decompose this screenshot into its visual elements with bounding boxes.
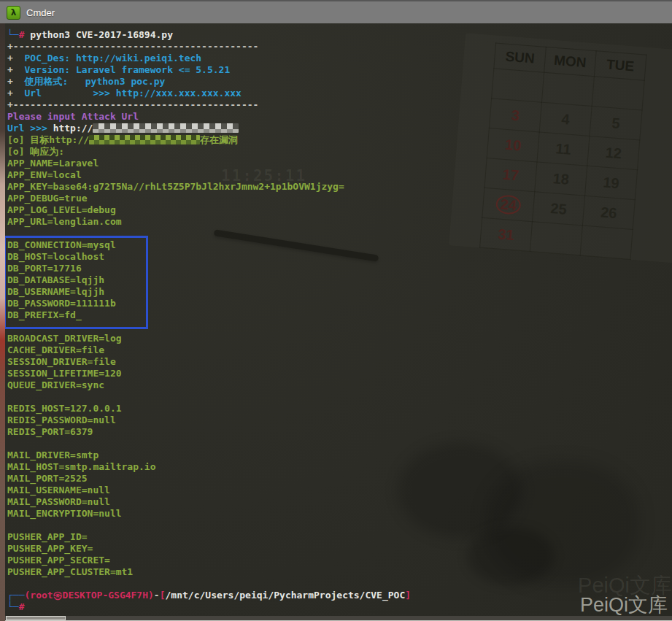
terminal-line: + Url >>> http://xxx.xxx.xxx.xxx	[7, 88, 672, 99]
terminal-line: [o] 响应为:	[7, 146, 672, 158]
text-segment: REDIS_PORT=6379	[7, 426, 93, 437]
terminal-line: MAIL_DRIVER=smtp	[7, 450, 672, 461]
text-segment: CACHE_DRIVER=file	[7, 344, 104, 355]
terminal-line: APP_NAME=Laravel	[7, 158, 672, 169]
terminal-line: SESSION_DRIVER=file	[7, 356, 672, 368]
text-segment: QUEUE_DRIVER=sync	[7, 379, 104, 390]
peiqi-watermark: PeiQi文库	[580, 592, 668, 618]
cmder-window: λ Cmder SUNMONTUE34510111217181924252631…	[0, 0, 672, 621]
terminal-line	[7, 391, 672, 403]
terminal-line	[7, 520, 672, 531]
lambda-glyph: λ	[11, 8, 17, 17]
terminal-line: PUSHER_APP_SECRET=	[7, 555, 672, 566]
text-segment: └─	[7, 29, 19, 40]
text-segment: SESSION_DRIVER=file	[7, 356, 116, 367]
titlebar[interactable]: λ Cmder	[0, 0, 672, 23]
text-segment: #	[19, 601, 25, 612]
terminal-line	[7, 438, 672, 450]
terminal-line: SESSION_LIFETIME=120	[7, 368, 672, 379]
terminal-line: CACHE_DRIVER=file	[7, 344, 672, 356]
terminal-line: └─#	[7, 601, 672, 613]
text-segment: REDIS_HOST=127.0.0.1	[7, 403, 122, 414]
window-left-edge-strip	[0, 23, 5, 621]
text-segment: BROADCAST_DRIVER=log	[7, 333, 122, 344]
text-segment: 使用格式: python3 poc.py	[13, 76, 166, 87]
text-segment: APP_ENV=local	[7, 169, 82, 180]
text-segment: MAIL_ENCRYPTION=null	[7, 508, 122, 519]
terminal-line: MAIL_PASSWORD=null	[7, 496, 672, 508]
text-segment: MAIL_HOST=smtp.mailtrap.io	[7, 461, 156, 472]
text-segment: ┌──	[7, 590, 24, 601]
terminal-line: BROADCAST_DRIVER=log	[7, 333, 672, 344]
terminal-line: APP_KEY=base64:g72T5Na//rhLt5Z5P7bJl2hxr…	[7, 181, 672, 193]
terminal-line: APP_ENV=local	[7, 169, 672, 181]
text-segment: 存在漏洞	[200, 134, 238, 145]
text-segment: SESSION_LIFETIME=120	[7, 368, 122, 379]
text-segment: MAIL_PASSWORD=null	[7, 496, 110, 507]
terminal-line: +---------------------------------------…	[7, 99, 672, 111]
terminal-line: PUSHER_APP_CLUSTER=mt1	[7, 566, 672, 578]
text-segment: /mnt/c/Users/peiqi/PycharmProjects/CVE_P…	[166, 590, 406, 601]
redacted-region	[89, 135, 200, 144]
terminal-line: + Version: Laravel framework <= 5.5.21	[7, 64, 672, 76]
text-segment: -	[154, 590, 160, 601]
text-segment: +---------------------------------------…	[7, 99, 258, 110]
terminal-line: └─# python3 CVE-2017-16894.py	[7, 29, 672, 41]
terminal-line: REDIS_PASSWORD=null	[7, 414, 672, 426]
text-segment: APP_DEBUG=true	[7, 193, 88, 204]
text-segment: MAIL_DRIVER=smtp	[7, 450, 99, 460]
terminal-line: REDIS_HOST=127.0.0.1	[7, 403, 672, 414]
terminal-line: APP_LOG_LEVEL=debug	[7, 204, 672, 216]
terminal-line: MAIL_ENCRYPTION=null	[7, 508, 672, 520]
text-segment: http://	[53, 123, 93, 134]
terminal-line: APP_DEBUG=true	[7, 193, 672, 204]
text-segment: POC_Des: http://wiki.peiqi.tech	[13, 53, 201, 63]
terminal-line: [o] 目标http://存在漏洞	[7, 134, 672, 146]
text-segment: MAIL_USERNAME=null	[7, 485, 110, 495]
text-segment: [	[160, 590, 166, 601]
terminal-line: +---------------------------------------…	[7, 41, 672, 53]
terminal-line: APP_URL=lenglian.com	[7, 216, 672, 228]
db-credentials-highlight-box	[4, 236, 148, 329]
redacted-region	[93, 123, 239, 133]
text-segment: +	[7, 64, 13, 75]
text-segment: Url >>> http://xxx.xxx.xxx.xxx	[13, 88, 242, 99]
text-segment: PUSHER_APP_CLUSTER=mt1	[7, 566, 133, 577]
text-segment: +---------------------------------------…	[7, 41, 258, 52]
terminal-line: Please input Attack Url	[7, 111, 672, 123]
text-segment: +	[7, 88, 13, 99]
text-segment: PUSHER_APP_KEY=	[7, 543, 93, 554]
text-segment: +	[7, 76, 13, 87]
text-segment: APP_KEY=base64:g72T5Na//rhLt5Z5P7bJl2hxr…	[7, 181, 344, 192]
text-segment: Please input Attack Url	[7, 111, 139, 122]
text-segment: Version: Laravel framework <= 5.5.21	[13, 64, 230, 75]
text-segment: PUSHER_APP_SECRET=	[7, 555, 110, 566]
terminal-line: MAIL_PORT=2525	[7, 473, 672, 485]
text-segment: APP_LOG_LEVEL=debug	[7, 204, 116, 215]
window-title: Cmder	[26, 7, 55, 18]
text-segment: MAIL_PORT=2525	[7, 473, 88, 484]
terminal-line: Url >>> http://	[7, 123, 672, 134]
scrollbar-thumb[interactable]	[6, 616, 66, 620]
text-segment: (root㉿DESKTOP-GSG4F7H)	[24, 590, 153, 601]
text-segment: REDIS_PASSWORD=null	[7, 414, 116, 425]
horizontal-scrollbar[interactable]	[0, 616, 672, 621]
text-segment: +	[7, 53, 13, 63]
text-segment: [o] 目标http://	[7, 134, 89, 145]
terminal-line: ┌──(root㉿DESKTOP-GSG4F7H)-[/mnt/c/Users/…	[7, 590, 672, 601]
text-segment: APP_URL=lenglian.com	[7, 216, 122, 227]
terminal-line: QUEUE_DRIVER=sync	[7, 379, 672, 391]
terminal-line	[7, 578, 672, 590]
text-segment: └─	[7, 601, 19, 612]
terminal-line: PUSHER_APP_ID=	[7, 531, 672, 543]
text-segment: PUSHER_APP_ID=	[7, 531, 88, 542]
terminal-line: + 使用格式: python3 poc.py	[7, 76, 672, 88]
terminal-line: + POC_Des: http://wiki.peiqi.tech	[7, 53, 672, 64]
text-segment: python3 CVE-2017-16894.py	[24, 29, 173, 40]
terminal-line: MAIL_HOST=smtp.mailtrap.io	[7, 461, 672, 473]
text-segment: APP_NAME=Laravel	[7, 158, 99, 169]
terminal-line: REDIS_PORT=6379	[7, 426, 672, 438]
cmder-lambda-icon: λ	[7, 6, 20, 20]
text-segment: ]	[405, 590, 411, 601]
text-segment: Url >>>	[7, 123, 53, 134]
